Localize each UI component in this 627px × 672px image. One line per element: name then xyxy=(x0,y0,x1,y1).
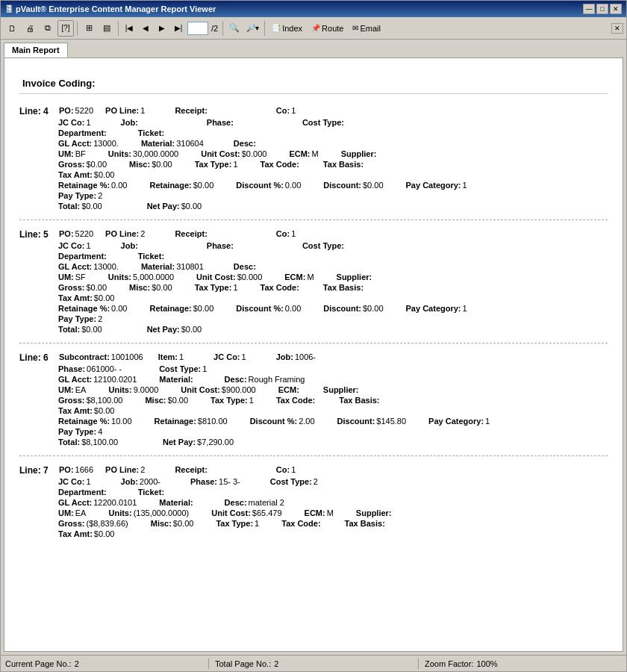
total-page-section: Total Page No.: 2 xyxy=(215,659,412,668)
last-page-button[interactable]: ▶| xyxy=(171,20,186,37)
index-icon: 📑 xyxy=(272,24,281,32)
line-4-row-4: GL Acct:13000. Material:310604 Desc: xyxy=(19,139,608,148)
invoice-coding-header: Invoice Coding: xyxy=(19,73,608,94)
new-button[interactable]: 🗋 xyxy=(4,20,20,37)
copy-button[interactable]: ⧉ xyxy=(40,20,56,37)
current-page-value: 2 xyxy=(75,659,79,668)
zoom-button[interactable]: 🔎▾ xyxy=(244,20,261,37)
line-4-block: Line: 4 PO:5220 PO Line:1 Receipt: Co:1 … xyxy=(19,100,608,220)
zoom-value: 100% xyxy=(476,659,497,668)
line-4-row-3: Department: Ticket: xyxy=(19,128,608,137)
sep4 xyxy=(264,21,265,36)
status-bar: Current Page No.: 2 Total Page No.: 2 Zo… xyxy=(1,655,626,671)
zoom-label: Zoom Factor: xyxy=(425,659,473,668)
title-text: 🗄 pVault® Enterprise Content Manager Rep… xyxy=(5,4,216,13)
email-icon: ✉ xyxy=(352,24,358,32)
content-area: Invoice Coding: Line: 4 PO:5220 PO Line:… xyxy=(4,57,623,652)
route-icon: 📌 xyxy=(311,24,320,32)
next-page-button[interactable]: ▶ xyxy=(155,20,169,37)
sep3 xyxy=(222,21,223,36)
zoom-section: Zoom Factor: 100% xyxy=(425,659,622,668)
total-page-label: Total Page No.: xyxy=(215,659,271,668)
toolbar-close-button[interactable]: ✕ xyxy=(611,23,623,34)
status-divider-1 xyxy=(208,659,209,669)
line-7-block: Line: 7 PO:1666 PO Line:2 Receipt: Co:1 … xyxy=(19,459,608,547)
line-4-row-1: Line: 4 PO:5220 PO Line:1 Receipt: Co:1 xyxy=(19,106,608,116)
minimize-button[interactable]: — xyxy=(583,4,595,14)
first-page-button[interactable]: |◀ xyxy=(122,20,137,37)
print-button[interactable]: 🖨 xyxy=(22,20,38,37)
sep2 xyxy=(118,21,119,36)
line-4-row-6: Gross:$0.00 Misc:$0.00 Tax Type:1 Tax Co… xyxy=(19,160,608,169)
grid-button[interactable]: ⊞ xyxy=(81,20,97,37)
window-controls[interactable]: — □ ✕ xyxy=(583,4,622,14)
email-button[interactable]: ✉ Email xyxy=(349,20,384,37)
total-page-value: 2 xyxy=(274,659,278,668)
index-button[interactable]: 📑 Index xyxy=(268,20,306,37)
view-button[interactable]: ▤ xyxy=(99,20,115,37)
current-page-section: Current Page No.: 2 xyxy=(5,659,202,668)
line-4-row-2: JC Co:1 Job: Phase: Cost Type: xyxy=(19,118,608,127)
index-label: Index xyxy=(282,24,302,33)
page-total: /2 xyxy=(210,24,219,33)
app-icon: 🗄 xyxy=(5,5,13,13)
route-button[interactable]: 📌 Route xyxy=(308,20,347,37)
prev-page-button[interactable]: ◀ xyxy=(138,20,153,37)
find-button[interactable]: 🔍 xyxy=(226,20,243,37)
window-title: pVault® Enterprise Content Manager Repor… xyxy=(16,4,216,13)
line-5-block: Line: 5 PO:5220 PO Line:2 Receipt: Co:1 … xyxy=(19,223,608,343)
close-button[interactable]: ✕ xyxy=(610,4,622,14)
maximize-button[interactable]: □ xyxy=(596,4,608,14)
line-4-row-5: UM:BF Units:30,000.0000 Unit Cost:$0.000… xyxy=(19,149,608,158)
line-4-label: Line: 4 xyxy=(19,106,53,116)
tab-bar: Main Report xyxy=(1,40,626,57)
tab-main-report[interactable]: Main Report xyxy=(4,43,68,57)
route-label: Route xyxy=(322,24,343,33)
sep1 xyxy=(77,21,78,36)
page-input[interactable]: 2 xyxy=(187,22,208,35)
status-divider-2 xyxy=(418,659,419,669)
help-button[interactable]: [?] xyxy=(57,20,74,37)
current-page-label: Current Page No.: xyxy=(5,659,72,668)
title-bar: 🗄 pVault® Enterprise Content Manager Rep… xyxy=(1,1,626,17)
line-6-block: Line: 6 Subcontract:1001006 Item:1 JC Co… xyxy=(19,346,608,456)
toolbar: 🗋 🖨 ⧉ [?] ⊞ ▤ |◀ ◀ ▶ ▶| 2 /2 🔍 🔎▾ 📑 Inde… xyxy=(1,17,626,40)
email-label: Email xyxy=(360,24,381,33)
report-content: Invoice Coding: Line: 4 PO:5220 PO Line:… xyxy=(19,73,608,547)
